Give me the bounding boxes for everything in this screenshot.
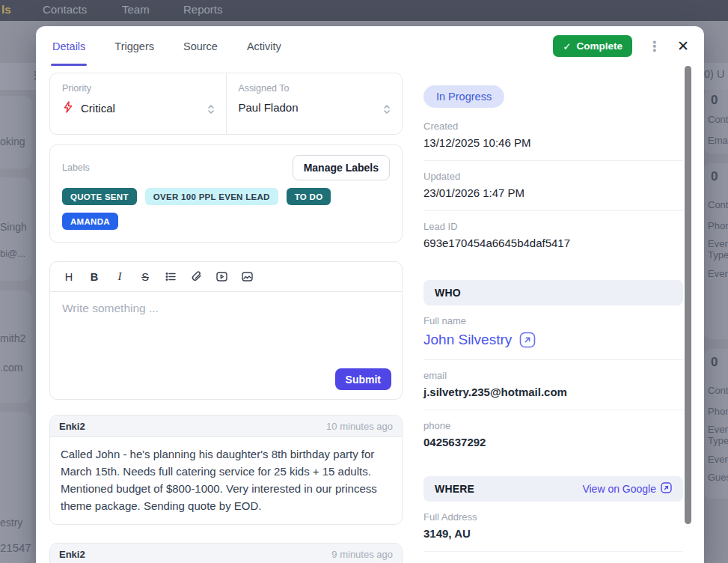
email-row: email j.silvetry.235@hotmail.com [423, 360, 683, 410]
comment-text: Called John - he's planning his daughter… [50, 437, 402, 524]
bg-text-fragment: Event [708, 454, 728, 465]
manage-labels-button[interactable]: Manage Labels [293, 155, 390, 180]
heading-icon[interactable]: H [59, 267, 79, 287]
address-value: 3149, AU [423, 527, 683, 540]
distance-driving-row: Distance (km) 21 Driving Time 24 mins [423, 552, 683, 563]
left-column: Priority Critical Assigned To Paul Flad [49, 73, 403, 563]
full-name-link[interactable]: John Silvestry [423, 332, 512, 348]
bg-text-fragment: bi@... [0, 248, 25, 259]
bg-text-fragment: Conta [708, 385, 728, 396]
tab-source[interactable]: Source [182, 26, 219, 66]
nav-item-contacts: Contacts [43, 3, 87, 16]
complete-button[interactable]: ✓ Complete [553, 35, 632, 57]
address-label: Full Address [423, 511, 683, 523]
bg-text-fragment: mith2 [0, 332, 25, 344]
bg-text-fragment: 21547 [0, 541, 31, 554]
where-section-header: WHERE View on Google [423, 476, 683, 502]
who-section-header: WHO [423, 280, 683, 305]
full-name-label: Full name [423, 315, 683, 326]
strikethrough-icon[interactable]: S [135, 267, 155, 287]
assigned-to-label: Assigned To [239, 83, 391, 94]
bg-text-fragment: Event [708, 268, 728, 279]
tab-bar: Details Triggers Source Activity [51, 26, 283, 66]
tab-activity[interactable]: Activity [245, 26, 283, 66]
comment-input[interactable]: Write something ... Submit [50, 292, 402, 399]
chevron-updown-icon [382, 103, 391, 118]
modal-scrollbar[interactable] [685, 66, 691, 524]
lead-id-value: 693e170454a6645b4daf5417 [423, 237, 683, 249]
label-chip-quote-sent[interactable]: QUOTE SENT [62, 188, 137, 205]
submit-button[interactable]: Submit [335, 368, 391, 390]
priority-select[interactable]: Priority Critical [50, 73, 226, 134]
priority-value: Critical [81, 102, 115, 115]
comment-input-placeholder: Write something ... [62, 302, 390, 315]
image-icon[interactable] [237, 267, 257, 287]
bg-text-fragment: Phon [708, 406, 728, 417]
tab-triggers[interactable]: Triggers [113, 26, 156, 66]
lead-details-modal: Details Triggers Source Activity ✓ Compl… [36, 26, 704, 563]
bg-text-fragment: Conta [708, 199, 728, 210]
bg-text-fragment: Gues [708, 472, 728, 483]
label-chip-to-do[interactable]: TO DO [287, 188, 331, 205]
email-label: email [423, 370, 683, 381]
phone-value: 0425637292 [423, 436, 683, 448]
editor-toolbar: H B I S [50, 262, 402, 292]
created-label: Created [423, 121, 683, 132]
attachment-icon[interactable] [186, 267, 206, 287]
nav-item-team: Team [122, 3, 150, 16]
where-title: WHERE [435, 483, 474, 495]
close-icon[interactable]: ✕ [677, 39, 689, 53]
more-options-icon[interactable]: ⋮ [648, 40, 661, 53]
bg-text-fragment: Event Type [708, 424, 728, 446]
comment-timestamp: 10 minutes ago [326, 421, 393, 432]
bg-text-fragment: Phon [708, 220, 728, 231]
comment-author: Enki2 [59, 549, 85, 560]
bg-count: 0 [711, 169, 718, 184]
comment-editor: H B I S [49, 261, 403, 400]
bg-text-fragment: Email [708, 135, 728, 146]
bg-text-fragment: .com [0, 362, 22, 374]
phone-label: phone [423, 420, 683, 431]
label-chip-amanda[interactable]: AMANDA [62, 213, 118, 230]
bg-text-fragment: oking [0, 136, 25, 147]
bullet-list-icon[interactable] [161, 267, 180, 287]
lead-id-row: Lead ID 693e170454a6645b4daf5417 [423, 211, 683, 261]
email-value: j.silvetry.235@hotmail.com [423, 386, 683, 398]
check-icon: ✓ [563, 40, 571, 52]
assigned-to-select[interactable]: Assigned To Paul Fladon [226, 73, 403, 134]
bg-text-fragment: Event Type [708, 238, 728, 261]
nav-item-reports: Reports [183, 3, 223, 16]
modal-header: Details Triggers Source Activity ✓ Compl… [36, 26, 704, 66]
italic-icon[interactable]: I [110, 267, 129, 287]
bold-icon[interactable]: B [85, 267, 104, 287]
top-nav: ls Contacts Team Reports [0, 0, 728, 21]
right-column: In Progress Created 13/12/2025 10:46 PM … [423, 73, 683, 563]
comment-author: Enki2 [59, 421, 85, 432]
created-value: 13/12/2025 10:46 PM [423, 136, 683, 149]
phone-row: phone 0425637292 [423, 410, 683, 460]
bg-count: 0 [711, 93, 718, 108]
priority-label: Priority [62, 83, 214, 94]
nav-item-leads-partial: ls [1, 3, 11, 16]
bg-text-fragment: 0) U [704, 68, 724, 80]
fields-card: Priority Critical Assigned To Paul Flad [49, 73, 403, 135]
tab-details[interactable]: Details [51, 26, 87, 66]
comment-item: Enki2 9 minutes ago Quote sent! Included… [49, 543, 403, 563]
video-icon[interactable] [212, 267, 231, 287]
view-on-google-link[interactable]: View on Google [582, 482, 672, 496]
chevron-updown-icon [207, 103, 215, 118]
label-chip-over-100-ppl[interactable]: OVER 100 PPL EVEN LEAD [145, 188, 278, 205]
bg-text-fragment: estry [0, 517, 22, 529]
bg-text-fragment: Singh [0, 221, 27, 233]
external-link-icon[interactable] [519, 332, 536, 348]
header-actions: ✓ Complete ⋮ ✕ [553, 35, 689, 57]
who-title: WHO [435, 287, 461, 299]
status-badge: In Progress [423, 85, 504, 108]
bg-card [0, 290, 31, 403]
bg-card [0, 96, 31, 168]
comment-item: Enki2 10 minutes ago Called John - he's … [49, 415, 403, 525]
external-link-icon [661, 482, 672, 496]
bg-count: 0 [711, 355, 718, 370]
assigned-to-value: Paul Fladon [239, 101, 299, 114]
bg-text-fragment: Conta [708, 114, 728, 125]
